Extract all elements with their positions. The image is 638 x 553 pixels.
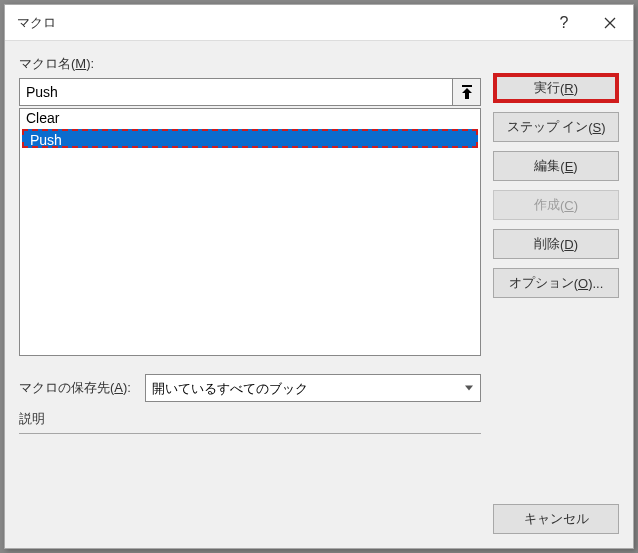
titlebar: マクロ ? <box>5 5 633 41</box>
delete-button[interactable]: 削除(D) <box>493 229 619 259</box>
run-button[interactable]: 実行(R) <box>493 73 619 103</box>
list-item[interactable]: Push <box>22 129 478 148</box>
list-item[interactable]: Clear <box>20 109 480 128</box>
description-area <box>19 433 481 505</box>
cancel-button[interactable]: キャンセル <box>493 504 619 534</box>
dialog-content: マクロ名(M): ClearPush マクロの保存先(A): <box>5 41 633 548</box>
step-in-button[interactable]: ステップ イン(S) <box>493 112 619 142</box>
go-up-button[interactable] <box>453 78 481 106</box>
storage-label: マクロの保存先(A): <box>19 379 131 397</box>
macro-dialog: マクロ ? マクロ名(M): C <box>4 4 634 549</box>
storage-select[interactable]: 開いているすべてのブック <box>145 374 481 402</box>
svg-rect-2 <box>462 85 472 87</box>
help-button[interactable]: ? <box>541 5 587 41</box>
arrow-up-icon <box>461 85 473 99</box>
macro-list[interactable]: ClearPush <box>19 108 481 356</box>
dialog-title: マクロ <box>17 14 541 32</box>
edit-button[interactable]: 編集(E) <box>493 151 619 181</box>
close-button[interactable] <box>587 5 633 41</box>
dialog-footer: キャンセル <box>493 504 619 534</box>
svg-marker-3 <box>462 88 472 99</box>
create-button[interactable]: 作成(C) <box>493 190 619 220</box>
options-button[interactable]: オプション(O)... <box>493 268 619 298</box>
description-label: 説明 <box>19 410 481 428</box>
macro-name-label: マクロ名(M): <box>19 55 481 73</box>
macro-name-input[interactable] <box>19 78 453 106</box>
close-icon <box>604 17 616 29</box>
